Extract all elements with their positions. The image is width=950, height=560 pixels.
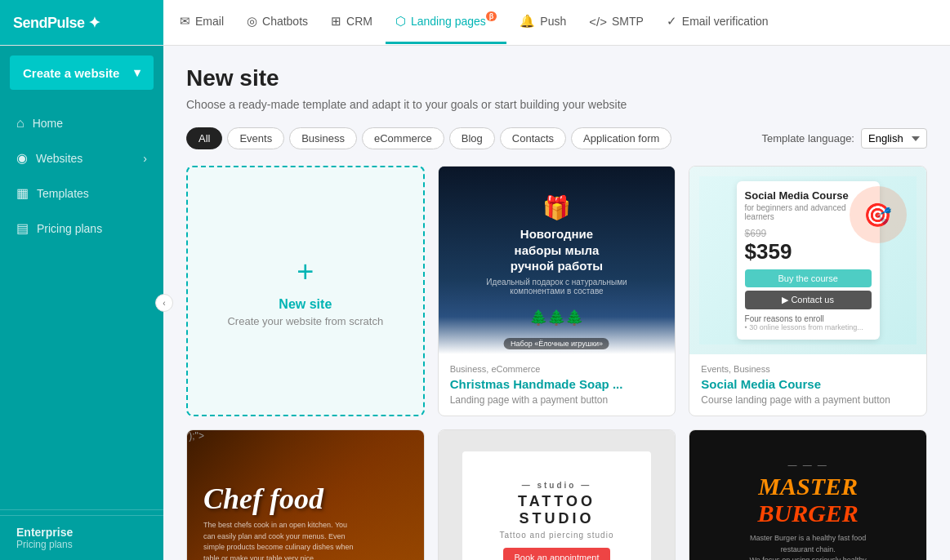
template-tags-christmas: Business, eCommerce [450, 364, 664, 374]
sidebar-collapse-button[interactable]: ‹ [155, 294, 173, 312]
top-nav: SendPulse ✦ ✉ Email ◎ Chatbots ⊞ CRM ⬡ L… [0, 0, 950, 46]
pricing-icon: ▤ [16, 220, 29, 236]
email-nav-icon: ✉ [180, 14, 190, 29]
main-layout: Create a website ▾ ⌂ Home ◉ Websites › ▦… [0, 46, 950, 560]
filter-contacts[interactable]: Contacts [500, 127, 566, 149]
new-site-title: New site [279, 297, 332, 312]
filter-business[interactable]: Business [289, 127, 357, 149]
template-card-chef-food[interactable]: ');"> Chef food The best chefs cook in a… [186, 429, 425, 560]
crm-nav-icon: ⊞ [331, 14, 341, 29]
template-name-christmas: Christmas Handmade Soap ... [450, 377, 664, 391]
template-thumbnail-tattoo: — studio — TATTOO STUDIO Tattoo and pier… [439, 430, 676, 560]
template-desc-social: Course landing page with a payment butto… [701, 394, 915, 406]
template-card-burger[interactable]: — — — MasterBURGER Master Burger is a he… [689, 429, 927, 560]
sidebar-item-pricing[interactable]: ▤ Pricing plans [0, 211, 163, 246]
content-area: New site Choose a ready-made template an… [163, 46, 950, 560]
templates-grid: + New site Create your website from scra… [186, 166, 927, 560]
home-icon: ⌂ [16, 116, 25, 131]
sidebar-item-home[interactable]: ⌂ Home [0, 106, 163, 140]
template-tags-social: Events, Business [701, 364, 915, 374]
filter-all[interactable]: All [186, 127, 222, 149]
sidebar-item-templates[interactable]: ▦ Templates [0, 176, 163, 211]
sidebar-item-websites[interactable]: ◉ Websites › [0, 140, 163, 176]
landing-nav-icon: ⬡ [395, 14, 406, 29]
chevron-right-icon: › [143, 152, 147, 165]
template-language-label: Template language: [762, 132, 854, 144]
templates-icon: ▦ [16, 185, 29, 201]
websites-icon: ◉ [16, 150, 28, 166]
push-nav-icon: 🔔 [520, 14, 535, 29]
template-thumbnail-burger: — — — MasterBURGER Master Burger is a he… [689, 430, 926, 560]
template-card-tattoo[interactable]: — studio — TATTOO STUDIO Tattoo and pier… [438, 429, 676, 560]
template-name-social: Social Media Course [701, 377, 915, 391]
beta-badge: β [486, 11, 497, 21]
page-subtitle: Choose a ready-made template and adapt i… [186, 98, 927, 111]
new-site-card[interactable]: + New site Create your website from scra… [186, 166, 425, 416]
page-title: New site [186, 65, 927, 91]
template-card-christmas-soap[interactable]: 🎁 Новогодниенаборы мыларучной работы Иде… [438, 166, 676, 416]
logo[interactable]: SendPulse ✦ [0, 0, 163, 45]
filter-ecommerce[interactable]: eCommerce [362, 127, 444, 149]
filter-blog[interactable]: Blog [449, 127, 495, 149]
filter-bar: All Events Business eCommerce Blog Conta… [186, 127, 927, 149]
chevron-down-icon: ▾ [134, 65, 140, 80]
new-site-subtitle: Create your website from scratch [227, 315, 383, 327]
template-thumbnail-chef: ');"> Chef food The best chefs cook in a… [187, 430, 424, 560]
chatbots-nav-icon: ◎ [247, 14, 257, 29]
sidebar: Create a website ▾ ⌂ Home ◉ Websites › ▦… [0, 46, 163, 560]
nav-item-landing-pages[interactable]: ⬡ Landing pages β [386, 1, 506, 44]
filter-tags: All Events Business eCommerce Blog Conta… [186, 127, 671, 149]
nav-item-crm[interactable]: ⊞ CRM [321, 1, 382, 44]
template-thumbnail-social: 🎯 Social Media Course for beginners and … [689, 167, 926, 354]
template-language-selector: Template language: English Russian Spani… [762, 128, 927, 149]
template-info-social: Events, Business Social Media Course Cou… [689, 354, 926, 416]
plus-icon: + [297, 255, 314, 289]
create-website-button[interactable]: Create a website ▾ [10, 56, 154, 90]
filter-application-form[interactable]: Application form [571, 127, 671, 149]
nav-item-chatbots[interactable]: ◎ Chatbots [237, 1, 318, 44]
nav-item-smtp[interactable]: </> SMTP [579, 2, 653, 44]
logo-text: SendPulse ✦ [13, 14, 100, 32]
template-info-christmas: Business, eCommerce Christmas Handmade S… [439, 354, 676, 416]
template-desc-christmas: Landing page with a payment button [450, 394, 664, 406]
template-card-social-media[interactable]: 🎯 Social Media Course for beginners and … [689, 166, 927, 416]
nav-item-push[interactable]: 🔔 Push [510, 1, 576, 44]
nav-menu: ✉ Email ◎ Chatbots ⊞ CRM ⬡ Landing pages… [170, 1, 778, 44]
smtp-nav-icon: </> [589, 15, 607, 29]
email-verification-nav-icon: ✓ [667, 14, 677, 29]
sidebar-bottom: Enterprise Pricing plans [0, 515, 163, 560]
sidebar-nav: ⌂ Home ◉ Websites › ▦ Templates ▤ Pricin… [0, 100, 163, 509]
nav-item-email[interactable]: ✉ Email [170, 1, 234, 44]
template-thumbnail-christmas: 🎁 Новогодниенаборы мыларучной работы Иде… [439, 167, 676, 354]
filter-events[interactable]: Events [227, 127, 284, 149]
nav-item-email-verification[interactable]: ✓ Email verification [657, 1, 778, 44]
language-select[interactable]: English Russian Spanish French German [861, 128, 927, 149]
